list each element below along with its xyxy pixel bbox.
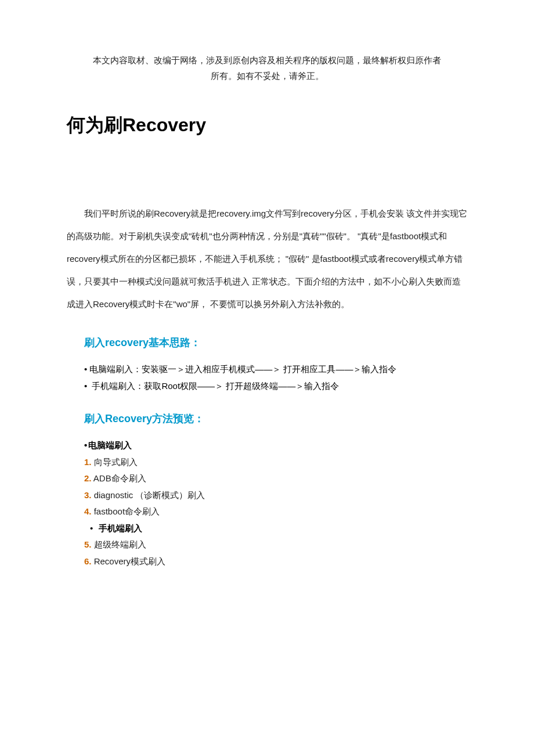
item-number: 4. [84,506,92,516]
item-text: fastboot命令刷入 [92,506,160,516]
item-text: Recovery模式刷入 [92,556,166,566]
disclaimer: 本文内容取材、改编于网络，涉及到原创内容及相关程序的版权问题，最终解析权归原作者… [67,52,467,84]
section2-title: 刷入Recovery方法预览： [84,412,467,426]
list-item: 4. fastboot命令刷入 [84,503,467,520]
list-item: 电脑端刷入：安装驱一＞进入相应手机模式——＞ 打开相应工具——＞输入指令 [84,361,467,378]
disclaimer-line2: 所有。如有不妥处，请斧正。 [67,68,467,84]
pc-header: 电脑端刷入 [84,437,467,454]
item-number: 3. [84,490,92,500]
list-item: 2. ADB命令刷入 [84,470,467,487]
phone-header: 手机端刷入 [90,520,467,537]
list-item: 6. Recovery模式刷入 [84,553,467,570]
item-text: ADB命令刷入 [92,473,146,483]
item-text: 向导式刷入 [92,457,138,467]
item-text: 超级终端刷入 [92,539,146,549]
intro-paragraph: 我们平时所说的刷Recovery就是把recovery.img文件写到recov… [67,202,467,315]
item-number: 6. [84,556,92,566]
list-item: 3. diagnostic （诊断模式）刷入 [84,487,467,504]
basic-steps-list: 电脑端刷入：安装驱一＞进入相应手机模式——＞ 打开相应工具——＞输入指令 手机端… [84,361,467,394]
methods-list: 电脑端刷入 1. 向导式刷入 2. ADB命令刷入 3. diagnostic … [84,437,467,570]
disclaimer-line1: 本文内容取材、改编于网络，涉及到原创内容及相关程序的版权问题，最终解析权归原作者 [67,52,467,68]
list-item: 5. 超级终端刷入 [84,537,467,553]
page-title: 何为刷Recovery [67,113,467,138]
item-number: 2. [84,473,92,483]
list-item: 手机端刷入：获取Root权限——＞ 打开超级终端——＞输入指令 [84,378,467,395]
item-number: 1. [84,457,92,467]
item-text: diagnostic （诊断模式）刷入 [92,490,205,500]
item-number: 5. [84,539,92,549]
section1-title: 刷入recovery基本思路： [84,336,467,350]
list-item: 1. 向导式刷入 [84,454,467,471]
